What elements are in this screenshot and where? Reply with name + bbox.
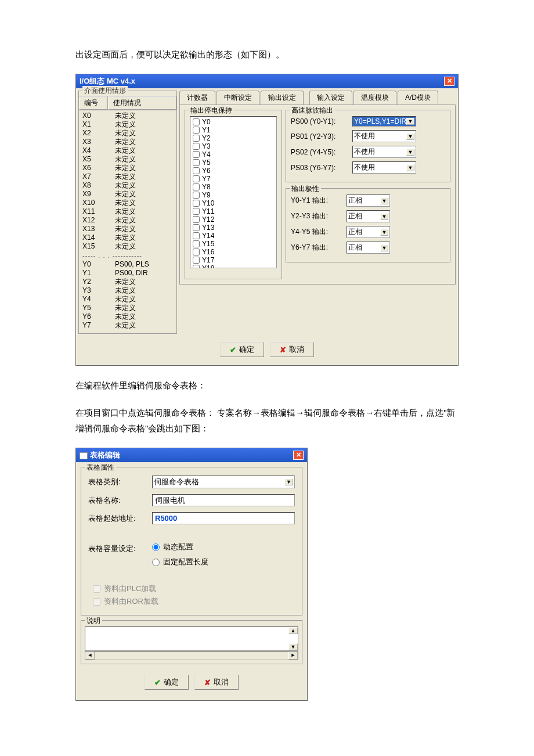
addr-input[interactable]: [152, 512, 295, 524]
cross-icon: ✘: [280, 345, 286, 354]
check-item[interactable]: Y2: [192, 134, 275, 142]
interface-usage-title: 介面使用情形: [82, 86, 128, 96]
scroll-right-icon[interactable]: ►: [288, 651, 298, 660]
io-row[interactable]: Y5未定义: [82, 304, 173, 312]
table-edit-window: 表格编辑 ✕ 表格属性 表格类别: 伺服命令表格 ▼ 表格名称: 表格起始地址:: [75, 448, 308, 701]
tab-4[interactable]: 温度模块: [353, 91, 396, 105]
output-hold-list[interactable]: Y0Y1Y2Y3Y4Y5Y6Y7Y8Y9Y10Y11Y12Y13Y14Y15Y1…: [190, 116, 277, 268]
cross-icon: ✘: [204, 678, 211, 687]
check-item[interactable]: Y14: [192, 232, 275, 240]
pulse-select[interactable]: 不使用▼: [352, 146, 416, 158]
io-row[interactable]: X0未定义: [82, 111, 173, 120]
check-item[interactable]: Y9: [192, 191, 275, 199]
check-item[interactable]: Y3: [192, 142, 275, 150]
io-row[interactable]: Y6未定义: [82, 312, 173, 321]
check-item[interactable]: Y5: [192, 159, 275, 167]
scroll-down-icon[interactable]: ▼: [288, 643, 298, 650]
desc-title: 说明: [85, 616, 102, 626]
io-row[interactable]: X10未定义: [82, 199, 173, 207]
cancel-button[interactable]: ✘取消: [194, 675, 239, 690]
type-select[interactable]: 伺服命令表格 ▼: [152, 476, 295, 488]
chevron-down-icon: ▼: [380, 197, 388, 204]
close-icon[interactable]: ✕: [444, 77, 454, 86]
io-row[interactable]: X12未定义: [82, 216, 173, 225]
tab-2[interactable]: 输出设定: [261, 91, 304, 105]
io-row[interactable]: X6未定义: [82, 164, 173, 172]
io-row[interactable]: X7未定义: [82, 172, 173, 181]
check-item[interactable]: Y4: [192, 150, 275, 159]
chevron-down-icon: ▼: [406, 149, 414, 156]
pulse-title: 高速脉波输出: [290, 106, 335, 116]
type-label: 表格类别:: [88, 477, 152, 487]
radio-fixed[interactable]: 固定配置长度: [152, 557, 208, 567]
close-icon[interactable]: ✕: [293, 451, 304, 460]
io-row[interactable]: X2未定义: [82, 129, 173, 138]
check-item[interactable]: Y0: [192, 118, 275, 126]
scroll-up-icon[interactable]: ▲: [288, 627, 298, 634]
polarity-title: 输出极性: [290, 184, 321, 194]
io-row[interactable]: Y0PS00, PLS: [82, 260, 173, 269]
pulse-select[interactable]: 不使用▼: [352, 161, 416, 174]
check-item[interactable]: Y6: [192, 167, 275, 175]
scroll-left-icon[interactable]: ◄: [85, 651, 95, 660]
ok-button[interactable]: ✔确定: [220, 342, 264, 357]
io-row[interactable]: X15未定义: [82, 242, 173, 251]
cap-label: 表格容量设定:: [88, 543, 152, 554]
pulse-select[interactable]: 不使用▼: [352, 130, 416, 142]
io-row[interactable]: Y2未定义: [82, 278, 173, 286]
io-row[interactable]: X14未定义: [82, 233, 173, 242]
check-item[interactable]: Y17: [192, 256, 275, 264]
check-item[interactable]: Y8: [192, 183, 275, 191]
pulse-row: PS00 (Y0-Y1):Y0=PLS,Y1=DIR▼: [291, 116, 445, 127]
tab-5[interactable]: A/D模块: [398, 91, 438, 105]
check-item[interactable]: Y18: [192, 264, 275, 268]
io-row[interactable]: Y3未定义: [82, 286, 173, 295]
io-row[interactable]: X1未定义: [82, 120, 173, 129]
io-row[interactable]: X5未定义: [82, 155, 173, 164]
io-row[interactable]: X9未定义: [82, 190, 173, 199]
col-code[interactable]: 编号: [79, 96, 108, 110]
checklist-title: 输出停电保持: [189, 106, 234, 116]
cancel-button[interactable]: ✘取消: [270, 342, 314, 357]
pulse-select[interactable]: Y0=PLS,Y1=DIR▼: [352, 116, 416, 127]
chevron-down-icon: ▼: [380, 244, 388, 251]
check-item[interactable]: Y1: [192, 126, 275, 134]
io-row[interactable]: Y7未定义: [82, 321, 173, 330]
io-row[interactable]: X3未定义: [82, 138, 173, 146]
polarity-select[interactable]: 正相▼: [347, 210, 390, 222]
tab-1[interactable]: 中断设定: [217, 91, 259, 105]
tab-0[interactable]: 计数器: [179, 91, 215, 105]
plc-load-check: 资料由PLC加载: [93, 584, 295, 594]
io-row[interactable]: X13未定义: [82, 225, 173, 233]
check-item[interactable]: Y10: [192, 199, 275, 207]
check-item[interactable]: Y13: [192, 224, 275, 232]
io-row[interactable]: X8未定义: [82, 181, 173, 190]
h-scrollbar[interactable]: ◄►: [85, 651, 298, 660]
check-item[interactable]: Y15: [192, 240, 275, 248]
doc-text-2: 在编程软件里编辑伺服命令表格：: [75, 377, 459, 393]
check-icon: ✔: [154, 678, 161, 687]
polarity-select[interactable]: 正相▼: [347, 242, 390, 254]
check-item[interactable]: Y16: [192, 248, 275, 256]
polarity-row: Y2-Y3 输出:正相▼: [291, 210, 445, 222]
radio-dynamic[interactable]: 动态配置: [152, 542, 193, 552]
io-row[interactable]: Y1PS00, DIR: [82, 269, 173, 278]
doc-text-1: 出设定画面后，便可以决定欲输出的形态（如下图）。: [75, 46, 459, 62]
check-item[interactable]: Y11: [192, 207, 275, 215]
col-status[interactable]: 使用情况: [108, 96, 176, 110]
io-row[interactable]: X4未定义: [82, 146, 173, 155]
check-item[interactable]: Y12: [192, 215, 275, 224]
polarity-select[interactable]: 正相▼: [347, 195, 390, 207]
polarity-row: Y4-Y5 输出:正相▼: [291, 226, 445, 238]
io-config-window: I/O组态 MC v4.x ✕ 介面使用情形 编号 使用情况 X0未定义X1未定…: [75, 74, 459, 366]
io-row[interactable]: X11未定义: [82, 207, 173, 216]
pulse-row: PS01 (Y2-Y3):不使用▼: [291, 130, 445, 142]
ok-button[interactable]: ✔确定: [145, 675, 189, 690]
separator: ----- . . . -----------: [79, 252, 176, 259]
name-input[interactable]: [152, 494, 295, 506]
check-item[interactable]: Y7: [192, 175, 275, 183]
tab-3[interactable]: 输入设定: [309, 91, 352, 105]
polarity-select[interactable]: 正相▼: [347, 226, 390, 238]
io-row[interactable]: Y4未定义: [82, 295, 173, 304]
desc-textarea[interactable]: ▲ ▼: [85, 627, 298, 651]
